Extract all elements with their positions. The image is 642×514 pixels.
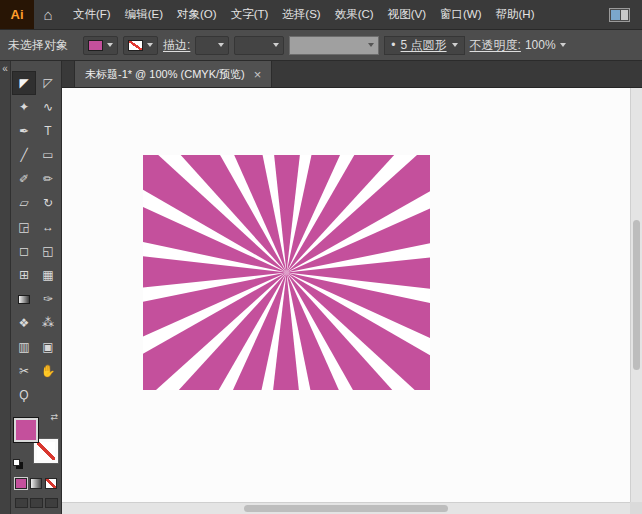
tool-glyph: ▱ xyxy=(19,197,28,209)
hand-tool[interactable]: ✋ xyxy=(36,359,60,383)
tool-glyph: ◸ xyxy=(43,77,52,89)
tool-glyph: ∿ xyxy=(43,101,53,113)
opacity-value[interactable]: 100% xyxy=(525,38,556,52)
tool-glyph: ✒ xyxy=(19,125,29,137)
home-icon[interactable]: ⌂ xyxy=(34,0,62,29)
menu-window[interactable]: 窗口(W) xyxy=(433,0,489,29)
drawing-mode-row xyxy=(15,498,58,508)
menu-view[interactable]: 视图(V) xyxy=(381,0,433,29)
menu-select[interactable]: 选择(S) xyxy=(275,0,327,29)
tool-glyph: ↔ xyxy=(42,221,54,233)
eraser-tool[interactable]: ▱ xyxy=(12,191,36,215)
menu-help[interactable]: 帮助(H) xyxy=(489,0,542,29)
brush-definition-dropdown[interactable]: • 5 点圆形 xyxy=(384,36,464,55)
tool-glyph: ▦ xyxy=(42,269,53,281)
eyedropper-tool[interactable]: ✑ xyxy=(36,287,60,311)
scrollbar-corner xyxy=(630,502,642,514)
style-dropdown-disabled xyxy=(289,36,379,55)
tool-glyph: ▥ xyxy=(18,341,29,353)
chevron-down-icon xyxy=(218,43,224,47)
default-fill-stroke-icon[interactable] xyxy=(13,459,20,466)
stroke-color-dropdown[interactable] xyxy=(123,36,158,55)
paint-style-row xyxy=(15,478,57,489)
stroke-label[interactable]: 描边: xyxy=(163,37,190,54)
blend-tool[interactable]: ❖ xyxy=(12,311,36,335)
color-button[interactable] xyxy=(15,478,27,489)
horizontal-scrollbar[interactable] xyxy=(62,502,630,514)
menu-type[interactable]: 文字(T) xyxy=(224,0,276,29)
swap-fill-stroke-icon[interactable]: ⇄ xyxy=(50,412,58,422)
close-icon[interactable]: × xyxy=(254,68,262,81)
vertical-scrollbar-thumb[interactable] xyxy=(633,220,640,369)
canvas[interactable] xyxy=(62,88,630,502)
menu-bar: Ai ⌂ 文件(F)编辑(E)对象(O)文字(T)选择(S)效果(C)视图(V)… xyxy=(0,0,642,30)
document-tab-title: 未标题-1* @ 100% (CMYK/预览) xyxy=(85,67,245,82)
chevron-down-icon xyxy=(273,43,279,47)
stroke-none-swatch xyxy=(128,40,143,51)
lasso-tool[interactable]: ∿ xyxy=(36,95,60,119)
zoom-tool[interactable]: Ϙ xyxy=(12,383,36,407)
menu-edit[interactable]: 编辑(E) xyxy=(118,0,170,29)
fill-stroke-cluster: ⇄ xyxy=(13,415,59,465)
line-segment-tool[interactable]: ╱ xyxy=(12,143,36,167)
pencil-tool[interactable]: ✏ xyxy=(36,167,60,191)
tool-glyph: ✦ xyxy=(19,101,29,113)
workspace-icon-left xyxy=(611,10,620,20)
menu-object[interactable]: 对象(O) xyxy=(170,0,224,29)
stroke-weight-dropdown[interactable] xyxy=(195,36,229,55)
tool-glyph: ◱ xyxy=(42,245,53,257)
vertical-scrollbar[interactable] xyxy=(630,88,642,502)
app-logo: Ai xyxy=(0,0,34,29)
menu-items: 文件(F)编辑(E)对象(O)文字(T)选择(S)效果(C)视图(V)窗口(W)… xyxy=(66,0,541,29)
menu-effect[interactable]: 效果(C) xyxy=(328,0,381,29)
menu-file[interactable]: 文件(F) xyxy=(66,0,118,29)
horizontal-scrollbar-thumb[interactable] xyxy=(244,505,448,512)
scale-tool[interactable]: ◲ xyxy=(12,215,36,239)
magic-wand-tool[interactable]: ✦ xyxy=(12,95,36,119)
column-graph-tool[interactable]: ▥ xyxy=(12,335,36,359)
slice-tool[interactable]: ✂ xyxy=(12,359,36,383)
tool-glyph: ▭ xyxy=(42,149,53,161)
opacity-control: 不透明度: 100% xyxy=(470,37,566,54)
pen-tool[interactable]: ✒ xyxy=(12,119,36,143)
document-tab-bar: 未标题-1* @ 100% (CMYK/预览) × xyxy=(62,61,642,88)
tool-glyph: T xyxy=(44,125,51,137)
fill-color-dropdown[interactable] xyxy=(83,36,118,55)
tool-glyph: ✏ xyxy=(43,173,53,185)
paintbrush-tool[interactable]: ✐ xyxy=(12,167,36,191)
chevron-down-icon xyxy=(368,43,374,47)
starburst-artwork[interactable] xyxy=(143,155,430,390)
tool-glyph: ✋ xyxy=(41,365,56,377)
chevron-down-icon xyxy=(560,43,566,47)
none-button[interactable] xyxy=(45,478,57,489)
artboard-tool[interactable]: ▣ xyxy=(36,335,60,359)
selection-tool[interactable]: ◤ xyxy=(12,71,36,95)
draw-behind-button[interactable] xyxy=(30,498,43,508)
gradient-button[interactable] xyxy=(30,478,42,489)
tool-glyph: ◤ xyxy=(19,77,28,89)
tools-panel: ◤ ◸ ✦ ∿ ✒ T ╱ ▭ ✐ ✏ xyxy=(11,61,62,514)
draw-normal-button[interactable] xyxy=(15,498,28,508)
draw-inside-button[interactable] xyxy=(45,498,58,508)
chevron-down-icon xyxy=(452,43,458,47)
workspace-switcher-icon[interactable] xyxy=(609,8,630,22)
shape-builder-tool[interactable]: ◱ xyxy=(36,239,60,263)
variable-width-profile-dropdown[interactable] xyxy=(234,36,284,55)
mesh-tool[interactable]: ▦ xyxy=(36,263,60,287)
type-tool[interactable]: T xyxy=(36,119,60,143)
symbol-sprayer-tool[interactable]: ⁂ xyxy=(36,311,60,335)
direct-selection-tool[interactable]: ◸ xyxy=(36,71,60,95)
tool-glyph: ⊞ xyxy=(19,269,29,281)
width-tool[interactable]: ↔ xyxy=(36,215,60,239)
perspective-grid-tool[interactable]: ⊞ xyxy=(12,263,36,287)
tool-glyph: ↻ xyxy=(43,197,53,209)
opacity-label[interactable]: 不透明度: xyxy=(470,37,521,54)
free-transform-tool[interactable]: ◻ xyxy=(12,239,36,263)
document-tab[interactable]: 未标题-1* @ 100% (CMYK/预览) × xyxy=(74,61,272,87)
collapse-panel-button[interactable]: « xyxy=(0,61,10,77)
gradient-tool[interactable] xyxy=(12,287,36,311)
stroke-swatch[interactable] xyxy=(34,439,58,463)
fill-swatch[interactable] xyxy=(14,418,38,442)
rectangle-tool[interactable]: ▭ xyxy=(36,143,60,167)
rotate-tool[interactable]: ↻ xyxy=(36,191,60,215)
